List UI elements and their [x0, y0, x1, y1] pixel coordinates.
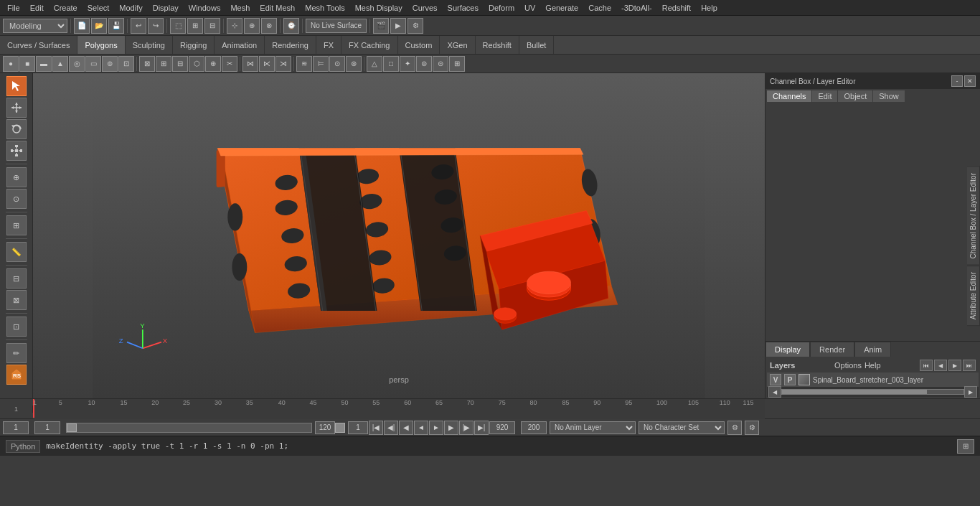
layers-nav-next-next[interactable]: ⏭	[963, 360, 976, 371]
layer2-btn[interactable]: ⊠	[6, 290, 27, 310]
subdivide-tool[interactable]: ⊛	[346, 56, 362, 72]
save-scene-btn[interactable]: 💾	[108, 18, 124, 34]
menu-file[interactable]: File	[3, 2, 24, 14]
loop-tool[interactable]: ⊕	[205, 56, 221, 72]
tab-custom[interactable]: Custom	[398, 36, 440, 54]
layer-color-swatch[interactable]	[798, 374, 810, 385]
tab-xgen[interactable]: XGen	[440, 36, 475, 54]
menu-windows[interactable]: Windows	[184, 2, 225, 14]
viewport-canvas[interactable]: X Y Z persp	[33, 73, 765, 398]
conform-btn[interactable]: ⊜	[416, 56, 432, 72]
live-surface-btn[interactable]: No Live Surface	[306, 19, 367, 33]
cb-tab-object[interactable]: Object	[838, 90, 872, 102]
prev-frame-btn[interactable]: ◀	[399, 421, 413, 435]
menu-edit-mesh[interactable]: Edit Mesh	[255, 2, 299, 14]
cb-tab-edit[interactable]: Edit	[812, 90, 837, 102]
smooth-tool[interactable]: ≋	[296, 56, 312, 72]
next-key-btn[interactable]: |▶	[459, 421, 473, 435]
paint-tool-btn[interactable]: ⊟	[204, 18, 220, 34]
separate-tool[interactable]: ⋉	[259, 56, 275, 72]
torus-tool[interactable]: ◎	[69, 56, 85, 72]
menu-display[interactable]: Display	[149, 2, 183, 14]
soft-mod-btn[interactable]: ⊙	[6, 189, 27, 209]
retopo-btn[interactable]: ⊝	[433, 56, 448, 72]
cylinder-tool[interactable]: ▬	[36, 56, 52, 72]
vtab-attribute-editor[interactable]: Attribute Editor	[967, 266, 980, 326]
select-tool-btn[interactable]: ⬚	[170, 18, 186, 34]
layers-nav-prev[interactable]: ◀	[934, 360, 947, 371]
select-mode-btn[interactable]	[6, 76, 27, 96]
tab-sculpting[interactable]: Sculpting	[126, 36, 173, 54]
triangulate-btn[interactable]: △	[367, 56, 382, 72]
new-scene-btn[interactable]: 📄	[74, 18, 90, 34]
no-char-set-select[interactable]: No Character Set	[639, 421, 725, 434]
menu-help[interactable]: Help	[697, 2, 722, 14]
layer-visibility-btn[interactable]: V	[770, 374, 781, 385]
boolean-tool[interactable]: ⋊	[275, 56, 291, 72]
redshift-btn[interactable]: RS	[6, 365, 27, 385]
combine-tool[interactable]: ⋈	[242, 56, 258, 72]
undo-btn[interactable]: ↩	[131, 18, 146, 34]
menu-edit[interactable]: Edit	[26, 2, 48, 14]
knife-tool[interactable]: ✂	[222, 56, 237, 72]
tab-rendering[interactable]: Rendering	[265, 36, 316, 54]
goto-start-btn[interactable]: |◀	[369, 421, 383, 435]
cb-tab-channels[interactable]: Channels	[767, 90, 811, 102]
range-start-value[interactable]	[348, 421, 368, 434]
char-set-settings-btn[interactable]: ⚙	[727, 421, 742, 435]
no-anim-layer-select[interactable]: No Anim Layer	[550, 421, 636, 434]
measure-btn[interactable]: 📏	[6, 242, 27, 262]
frame-range-thumb[interactable]	[67, 423, 77, 432]
play-fwd-btn[interactable]: ►	[429, 421, 443, 435]
grease-pencil-btn[interactable]: ✏	[6, 343, 27, 363]
layers-options-menu[interactable]: Options	[834, 361, 862, 370]
menu-create[interactable]: Create	[50, 2, 82, 14]
menu-cache[interactable]: Cache	[584, 2, 616, 14]
menu-mesh[interactable]: Mesh	[226, 2, 254, 14]
merge-tool[interactable]: ⊟	[172, 56, 188, 72]
menu-mesh-display[interactable]: Mesh Display	[351, 2, 407, 14]
frame-start-input[interactable]	[34, 421, 60, 434]
mirror-tool[interactable]: ⊨	[313, 56, 329, 72]
cb-close-btn[interactable]: ✕	[964, 75, 976, 87]
layers-scroll-left[interactable]: ◀	[768, 386, 781, 398]
timeline-ruler[interactable]: 1 5 10 15 20 25 30 35 40 45 50 55 60 65 …	[33, 399, 765, 419]
cb-tab-show[interactable]: Show	[873, 90, 905, 102]
cb-collapse-btn[interactable]: -	[951, 75, 963, 87]
move-btn[interactable]	[6, 98, 27, 118]
menu-deform[interactable]: Deform	[484, 2, 519, 14]
render-btn[interactable]: 🎬	[373, 18, 389, 34]
current-frame-input[interactable]	[3, 421, 29, 434]
lasso-tool-btn[interactable]: ⊞	[187, 18, 203, 34]
menu-curves[interactable]: Curves	[408, 2, 442, 14]
layer-playback-btn[interactable]: P	[784, 374, 796, 385]
redo-btn[interactable]: ↪	[148, 18, 164, 34]
menu-select[interactable]: Select	[83, 2, 114, 14]
quadrangulate-btn[interactable]: □	[383, 56, 399, 72]
scale-btn[interactable]	[6, 141, 27, 161]
play-back-btn[interactable]: ◄	[414, 421, 428, 435]
3d-viewport[interactable]: View Shading Lighting Show Renderer Pane…	[33, 73, 765, 398]
render-settings-btn[interactable]: ⚙	[407, 18, 423, 34]
tab-bullet[interactable]: Bullet	[519, 36, 555, 54]
menu-surfaces[interactable]: Surfaces	[443, 2, 483, 14]
cleanup-btn[interactable]: ✦	[400, 56, 415, 72]
layers-scrollbar[interactable]: ◀ ▶	[767, 387, 979, 397]
layer-item[interactable]: V P Spinal_Board_stretcher_003_layer	[767, 373, 979, 387]
history-btn[interactable]: ⌚	[283, 18, 299, 34]
pipe-tool[interactable]: ⊡	[118, 56, 134, 72]
snap-align-btn[interactable]: ⊞	[6, 215, 27, 235]
rotate-btn[interactable]	[6, 119, 27, 139]
range-end2-value[interactable]	[521, 421, 547, 434]
settings-btn2[interactable]: ⚙	[745, 421, 759, 435]
helix-tool[interactable]: ⊚	[102, 56, 118, 72]
layers-nav-next[interactable]: ▶	[948, 360, 961, 371]
layers-scroll-thumb[interactable]	[782, 390, 927, 394]
menu-3dtoall[interactable]: -3DtoAll-	[617, 2, 656, 14]
layers-nav-prev-prev[interactable]: ⏮	[920, 360, 933, 371]
tab-polygons[interactable]: Polygons	[77, 36, 125, 54]
vtab-channel-box[interactable]: Channel Box / Layer Editor	[967, 167, 980, 266]
menu-mesh-tools[interactable]: Mesh Tools	[301, 2, 349, 14]
bridge-tool[interactable]: ⊞	[156, 56, 171, 72]
tab-render[interactable]: Render	[810, 342, 854, 357]
